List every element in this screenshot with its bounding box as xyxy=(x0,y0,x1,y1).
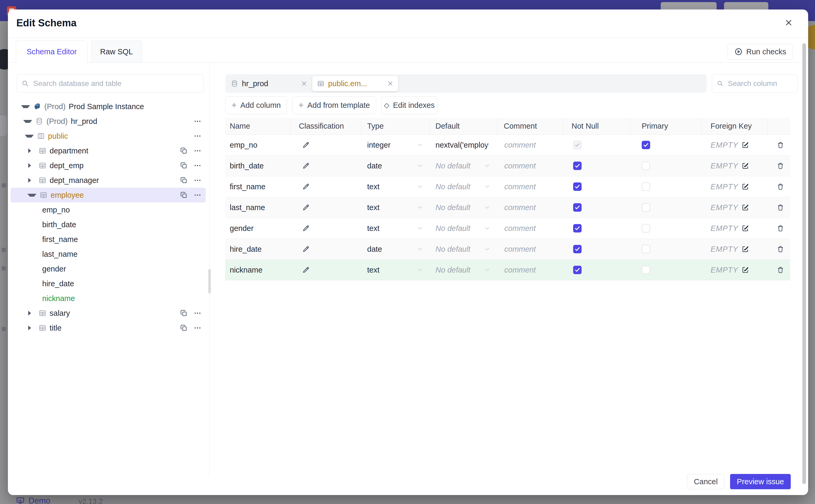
tree-item-column-nickname[interactable]: nickname xyxy=(8,291,209,306)
editor-tab-hr-prod[interactable]: hr_prod xyxy=(225,76,312,91)
edit-classification-icon[interactable] xyxy=(302,183,361,191)
comment-input[interactable] xyxy=(504,224,555,233)
copy-icon[interactable] xyxy=(180,176,188,184)
edit-indexes-button[interactable]: ◇ Edit indexes xyxy=(381,96,437,114)
edit-foreign-key-icon[interactable] xyxy=(741,245,749,253)
tree-item-table-employee[interactable]: employee xyxy=(8,188,209,202)
tree-item-instance[interactable]: (Prod) Prod Sample Instance xyxy=(8,99,209,114)
delete-column-icon[interactable] xyxy=(768,266,790,274)
tree-item-column-gender[interactable]: gender xyxy=(8,261,209,276)
chevron-collapsed-icon[interactable] xyxy=(28,163,35,168)
delete-column-icon[interactable] xyxy=(768,141,790,149)
edit-classification-icon[interactable] xyxy=(302,245,361,253)
more-actions-icon[interactable] xyxy=(194,162,201,169)
close-icon[interactable] xyxy=(783,17,794,28)
copy-icon[interactable] xyxy=(180,162,188,169)
tree-item-table-title[interactable]: title xyxy=(8,321,209,335)
close-tab-icon[interactable] xyxy=(387,80,394,87)
default-select[interactable]: No default xyxy=(430,239,497,259)
default-select[interactable]: nextval('employ xyxy=(430,135,497,155)
edit-classification-icon[interactable] xyxy=(302,266,361,274)
edit-foreign-key-icon[interactable] xyxy=(741,203,749,211)
more-actions-icon[interactable] xyxy=(194,309,201,317)
copy-icon[interactable] xyxy=(180,191,188,199)
tree-item-column-first-name[interactable]: first_name xyxy=(8,232,209,247)
tree-search-input[interactable] xyxy=(33,79,199,88)
more-actions-icon[interactable] xyxy=(194,117,201,125)
comment-input[interactable] xyxy=(504,203,555,212)
chevron-expanded-icon[interactable] xyxy=(27,194,36,197)
tree-item-column-hire-date[interactable]: hire_date xyxy=(8,276,209,291)
delete-column-icon[interactable] xyxy=(768,183,790,191)
column-name[interactable]: hire_date xyxy=(225,245,290,254)
column-name[interactable]: emp_no xyxy=(225,141,290,149)
tree-item-table-dept-emp[interactable]: dept_emp xyxy=(8,158,209,173)
not-null-checkbox[interactable] xyxy=(573,245,582,253)
tree-item-column-emp-no[interactable]: emp_no xyxy=(8,202,209,217)
edit-foreign-key-icon[interactable] xyxy=(741,162,749,170)
edit-classification-icon[interactable] xyxy=(302,141,361,149)
tree-item-database-hr-prod[interactable]: (Prod) hr_prod xyxy=(8,114,209,129)
edit-foreign-key-icon[interactable] xyxy=(741,141,749,149)
delete-column-icon[interactable] xyxy=(768,245,790,253)
tree-item-table-salary[interactable]: salary xyxy=(8,306,209,321)
close-tab-icon[interactable] xyxy=(301,80,307,87)
column-search-input[interactable] xyxy=(727,79,793,88)
edit-classification-icon[interactable] xyxy=(302,203,361,211)
column-name[interactable]: first_name xyxy=(225,182,290,191)
scrollbar-thumb[interactable] xyxy=(802,43,806,484)
edit-foreign-key-icon[interactable] xyxy=(741,266,749,274)
primary-checkbox[interactable] xyxy=(642,266,650,274)
column-name[interactable]: nickname xyxy=(225,266,290,274)
not-null-checkbox[interactable] xyxy=(573,141,582,149)
default-select[interactable]: No default xyxy=(430,260,497,280)
preview-issue-button[interactable]: Preview issue xyxy=(730,474,791,489)
more-actions-icon[interactable] xyxy=(194,147,201,155)
tree-item-table-dept-manager[interactable]: dept_manager xyxy=(8,173,209,188)
primary-checkbox[interactable] xyxy=(642,245,650,253)
chevron-collapsed-icon[interactable] xyxy=(28,311,35,316)
tab-schema-editor[interactable]: Schema Editor xyxy=(16,41,88,63)
more-actions-icon[interactable] xyxy=(194,176,201,184)
type-select[interactable]: text xyxy=(361,197,430,218)
add-column-button[interactable]: + Add column xyxy=(225,96,287,114)
tree-item-table-department[interactable]: department xyxy=(8,143,209,158)
primary-checkbox[interactable] xyxy=(642,162,650,170)
default-select[interactable]: No default xyxy=(430,197,497,218)
tab-raw-sql[interactable]: Raw SQL xyxy=(91,41,142,63)
default-select[interactable]: No default xyxy=(430,176,497,197)
copy-icon[interactable] xyxy=(180,309,188,317)
edit-foreign-key-icon[interactable] xyxy=(741,224,749,232)
not-null-checkbox[interactable] xyxy=(573,182,582,191)
column-name[interactable]: gender xyxy=(225,224,290,233)
chevron-expanded-icon[interactable] xyxy=(23,120,32,123)
not-null-checkbox[interactable] xyxy=(573,266,582,274)
edit-classification-icon[interactable] xyxy=(302,162,361,170)
more-actions-icon[interactable] xyxy=(194,324,201,332)
chevron-collapsed-icon[interactable] xyxy=(28,326,35,330)
more-actions-icon[interactable] xyxy=(194,191,201,199)
column-name[interactable]: birth_date xyxy=(225,162,290,170)
comment-input[interactable] xyxy=(504,182,555,191)
default-select[interactable]: No default xyxy=(430,218,497,239)
run-checks-button[interactable]: Run checks xyxy=(728,44,793,60)
edit-classification-icon[interactable] xyxy=(302,224,361,232)
add-from-template-button[interactable]: + Add from template xyxy=(292,96,376,114)
editor-tab-public-employee[interactable]: public.em... xyxy=(312,76,398,91)
tree-item-column-birth-date[interactable]: birth_date xyxy=(8,217,209,232)
tree-item-column-last-name[interactable]: last_name xyxy=(8,247,209,261)
primary-checkbox[interactable] xyxy=(642,182,650,191)
primary-checkbox[interactable] xyxy=(642,203,650,212)
comment-input[interactable] xyxy=(504,161,555,171)
delete-column-icon[interactable] xyxy=(768,203,790,211)
edit-foreign-key-icon[interactable] xyxy=(741,183,749,191)
type-select[interactable]: text xyxy=(361,260,430,280)
not-null-checkbox[interactable] xyxy=(573,224,582,232)
comment-input[interactable] xyxy=(504,140,555,150)
primary-checkbox[interactable] xyxy=(642,224,650,232)
tree-item-schema-public[interactable]: public xyxy=(8,129,209,143)
demo-link[interactable]: Demo xyxy=(16,496,50,504)
type-select[interactable]: date xyxy=(361,156,430,176)
type-select[interactable]: text xyxy=(361,176,430,197)
type-select[interactable]: date xyxy=(361,239,430,259)
